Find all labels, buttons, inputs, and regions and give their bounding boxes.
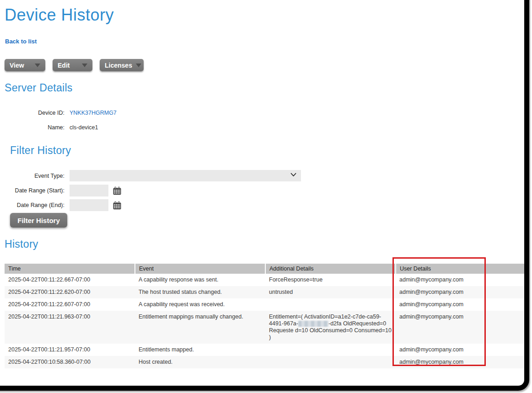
history-table-wrap: Time Event Additional Details User Detai… (5, 264, 524, 368)
event-type-row: Event Type: (0, 170, 301, 181)
edit-dropdown-button[interactable]: Edit (53, 59, 92, 71)
cell-time: 2025-04-22T00:11:22.607-07:00 (5, 298, 135, 311)
triangle-down-icon (82, 64, 87, 67)
calendar-icon (113, 204, 121, 211)
calendar-icon (113, 190, 121, 196)
event-type-select[interactable] (70, 170, 301, 181)
cell-event: Entitlements mapped. (135, 344, 265, 356)
filter-history-heading: Filter History (10, 144, 71, 157)
licenses-button-label: Licenses (105, 62, 132, 69)
date-range-start-input[interactable] (70, 185, 108, 196)
cell-time: 2025-04-22T00:11:22.620-07:00 (5, 286, 135, 298)
cell-user-details: admin@mycompany.com (396, 344, 524, 356)
page-title: Device History (5, 5, 114, 25)
cell-additional-details (265, 298, 396, 311)
cell-user-details: admin@mycompany.com (396, 311, 524, 344)
cell-additional-details (265, 356, 396, 368)
table-row: 2025-04-22T00:11:21.957-07:00 Entitlemen… (5, 344, 524, 356)
date-range-end-input[interactable] (70, 199, 108, 211)
table-row: 2025-04-22T00:11:22.620-07:00 The host t… (5, 286, 524, 298)
device-id-label: Device ID: (0, 110, 64, 116)
cell-user-details: admin@mycompany.com (396, 298, 524, 311)
cell-time: 2025-04-22T00:10:58.360-07:00 (5, 356, 135, 368)
history-table: Time Event Additional Details User Detai… (5, 264, 524, 368)
event-type-label: Event Type: (0, 173, 64, 179)
date-range-start-row: Date Range (Start): (0, 185, 121, 196)
date-end-calendar-button[interactable] (113, 201, 121, 210)
cell-event: A capability response was sent. (135, 274, 265, 286)
back-to-list-link[interactable]: Back to list (5, 38, 37, 45)
edit-button-label: Edit (58, 62, 70, 69)
cell-time: 2025-04-22T00:11:21.963-07:00 (5, 311, 135, 344)
cell-user-details: admin@mycompany.com (396, 274, 524, 286)
cell-event: The host trusted status changed. (135, 286, 265, 298)
history-heading: History (5, 238, 38, 250)
cell-additional-details: ForceResponse=true (265, 274, 396, 286)
cell-event: A capability request was received. (135, 298, 265, 311)
filter-history-button[interactable]: Filter History (10, 213, 67, 228)
column-header-additional-details: Additional Details (265, 264, 396, 274)
date-range-end-label: Date Range (End): (0, 202, 64, 208)
toolbar: View Edit Licenses (5, 59, 144, 71)
server-details-heading: Server Details (5, 82, 73, 94)
device-name-label: Name: (0, 124, 64, 131)
device-id-row: Device ID: YNKK37HGRMG7 (0, 110, 117, 116)
date-range-start-label: Date Range (Start): (0, 187, 64, 194)
view-button-label: View (10, 62, 24, 69)
view-dropdown-button[interactable]: View (5, 59, 45, 71)
table-row: 2025-04-22T00:10:58.360-07:00 Host creat… (5, 356, 524, 368)
cell-time: 2025-04-22T00:11:22.667-07:00 (5, 274, 135, 286)
date-start-calendar-button[interactable] (113, 186, 121, 195)
device-name-row: Name: cls-device1 (0, 124, 98, 131)
cell-additional-details: untrusted (265, 286, 396, 298)
table-row: 2025-04-22T00:11:22.607-07:00 A capabili… (5, 298, 524, 311)
column-header-time: Time (5, 264, 135, 274)
cell-user-details: admin@mycompany.com (396, 286, 524, 298)
cell-additional-details (265, 344, 396, 356)
triangle-down-icon (136, 64, 141, 67)
table-row: 2025-04-22T00:11:22.667-07:00 A capabili… (5, 274, 524, 286)
column-header-event: Event (135, 264, 265, 274)
table-header-row: Time Event Additional Details User Detai… (5, 264, 524, 274)
device-name-value: cls-device1 (70, 124, 98, 131)
redacted-blur (298, 321, 328, 327)
triangle-down-icon (35, 64, 40, 67)
column-header-user-details: User Details (396, 264, 524, 274)
cell-user-details: admin@mycompany.com (396, 356, 524, 368)
table-row: 2025-04-22T00:11:21.963-07:00 Entitlemen… (5, 311, 524, 344)
cell-event: Host created. (135, 356, 265, 368)
cell-time: 2025-04-22T00:11:21.957-07:00 (5, 344, 135, 356)
cell-event: Entitlement mappings manually changed. (135, 311, 265, 344)
event-type-select-wrap (70, 170, 301, 181)
device-id-value: YNKK37HGRMG7 (70, 110, 117, 116)
licenses-dropdown-button[interactable]: Licenses (100, 59, 144, 71)
cell-additional-details: Entitlement=( ActivationID=a1e2-c7de-ca5… (265, 311, 396, 344)
date-range-end-row: Date Range (End): (0, 199, 121, 211)
